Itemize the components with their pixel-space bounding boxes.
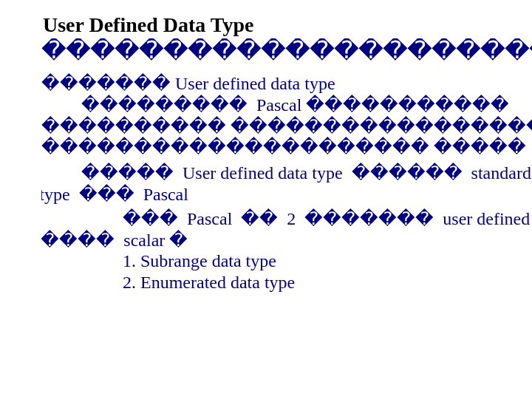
text-standard: standard bbox=[471, 163, 531, 183]
slide-page: User Defined Data Type �����������������… bbox=[0, 0, 532, 399]
text-two: 2 bbox=[287, 209, 296, 228]
line-enumerated: 2. Enumerated data type bbox=[41, 272, 532, 293]
line-udt-intro: ������� User defined data type bbox=[41, 73, 532, 95]
text-data-type: Data type bbox=[41, 185, 70, 204]
text-pascal-1: Pascal bbox=[256, 95, 301, 115]
slide-title: User Defined Data Type bbox=[41, 13, 532, 37]
text-scalar: scalar bbox=[123, 231, 165, 250]
glyph-strip-top: ���������������������� bbox=[41, 38, 532, 63]
text-pascal-2: Pascal bbox=[143, 185, 188, 204]
line-type-scalar: type ���� scalar � bbox=[41, 230, 532, 251]
line-blocks-3: ��������������������� ����� bbox=[41, 137, 532, 158]
line-pascal-1: ��������� Pascal ����������� bbox=[41, 95, 532, 116]
line-datatype-pascal: Data type ��� Pascal bbox=[41, 184, 532, 205]
text-pascal-3: Pascal bbox=[187, 209, 232, 228]
body-text: ������� User defined data type ���������… bbox=[41, 73, 532, 293]
line-blocks-2: ���������� ����������������� bbox=[41, 116, 532, 137]
line-pascal-two-userdef: ��� Pascal �� 2 ������� user defined d bbox=[41, 208, 532, 230]
text-user-defined: User defined data type bbox=[175, 74, 335, 93]
text-user-defined-d: user defined d bbox=[443, 209, 532, 228]
text-user-defined-2: User defined data type bbox=[183, 163, 343, 183]
line-udt-standard: ����� User defined data type ������ stan… bbox=[41, 163, 532, 184]
line-subrange: 1. Subrange data type bbox=[41, 250, 532, 272]
